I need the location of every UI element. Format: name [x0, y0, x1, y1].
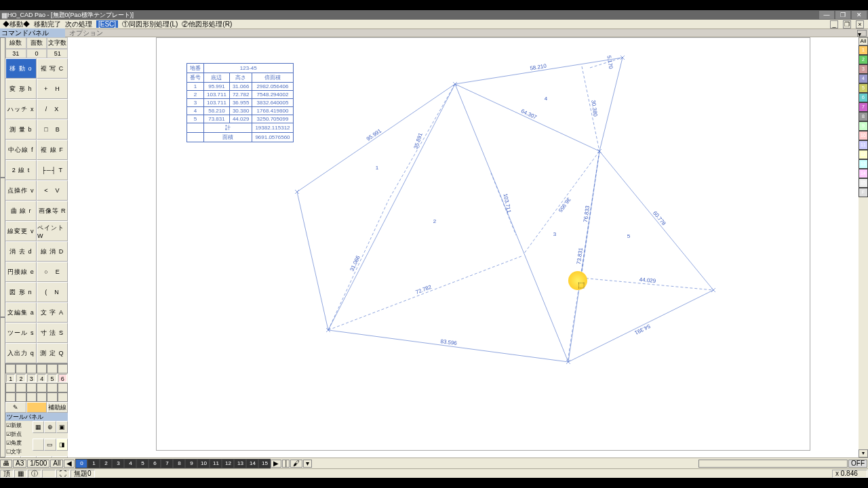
- aux-line-button[interactable]: 補助線: [47, 402, 68, 413]
- tool-9-0[interactable]: 消 去 d: [5, 241, 37, 262]
- nav-right[interactable]: ▶: [271, 460, 281, 468]
- tool-6-0[interactable]: 点操作 v: [5, 180, 37, 201]
- flag-10[interactable]: 10: [197, 459, 210, 468]
- maximize-button[interactable]: ❐: [835, 11, 850, 19]
- flag-1[interactable]: 1: [87, 459, 100, 468]
- tool-12-1[interactable]: 文 字 A: [37, 302, 68, 323]
- layer-15[interactable]: 15: [859, 178, 868, 188]
- flag-3[interactable]: 3: [112, 459, 124, 468]
- flag-11[interactable]: 11: [210, 459, 222, 468]
- tool-8-0[interactable]: 線変更 v: [5, 221, 37, 241]
- tool-13-1[interactable]: 寸 法 S: [37, 323, 68, 343]
- flag-4[interactable]: 4: [124, 459, 136, 468]
- mdi-close-button[interactable]: ×: [856, 20, 864, 28]
- layer-13[interactable]: 13: [859, 159, 868, 169]
- layer-2[interactable]: 2: [859, 55, 868, 64]
- tool-icon[interactable]: ▾: [303, 460, 312, 468]
- paint-icon[interactable]: 🖌: [290, 460, 302, 468]
- print-icon[interactable]: 🖶: [0, 460, 12, 468]
- linetype-1[interactable]: 1: [6, 374, 15, 382]
- tool-1-0[interactable]: 変 形 h: [5, 79, 37, 99]
- tool-2-0[interactable]: ハッチ x: [5, 99, 37, 119]
- off-toggle[interactable]: OFF: [848, 460, 867, 468]
- option-label[interactable]: オプション: [65, 28, 857, 38]
- cmd-opt2[interactable]: ②他図形処理(R): [182, 20, 232, 29]
- sep-1[interactable]: |: [282, 460, 290, 468]
- cmd-opt1[interactable]: ①同図形別処理(L): [122, 20, 178, 29]
- tool-0-0[interactable]: 移 動 o: [5, 58, 37, 79]
- flag-5[interactable]: 5: [136, 459, 149, 468]
- tp-btn-6[interactable]: ◨: [56, 439, 68, 451]
- layer-11[interactable]: 11: [859, 140, 868, 150]
- linestyle-strip-3[interactable]: [5, 392, 68, 402]
- layer-3[interactable]: 3: [859, 64, 868, 74]
- flag-7[interactable]: 7: [161, 459, 173, 468]
- linetype-2[interactable]: 2: [16, 374, 25, 382]
- nav-left[interactable]: ◀: [64, 460, 75, 468]
- color-swatch[interactable]: [26, 402, 47, 413]
- flag-14[interactable]: 14: [246, 459, 258, 468]
- option-dropdown[interactable]: ▾: [857, 30, 867, 37]
- layer-14[interactable]: 14: [859, 169, 868, 178]
- tool-11-1[interactable]: ( N: [37, 282, 68, 302]
- tp-btn-5[interactable]: ▭: [44, 439, 56, 451]
- layer-4[interactable]: 4: [859, 74, 868, 83]
- layer-12[interactable]: 12: [859, 150, 868, 159]
- status-icon-1[interactable]: 頂: [0, 470, 14, 478]
- linetype-3[interactable]: 3: [27, 374, 36, 382]
- left-edge-tabs[interactable]: [0, 37, 5, 458]
- layer-all[interactable]: All: [50, 460, 63, 468]
- cmd-done[interactable]: 移動完了: [34, 20, 61, 29]
- tool-7-0[interactable]: 曲 線 r: [5, 201, 37, 221]
- layer-8[interactable]: 8: [859, 112, 868, 121]
- tool-panel-checks[interactable]: ☑新規☑折点☑角度☐文字: [5, 421, 33, 456]
- layer-scroll[interactable]: ▾: [859, 449, 868, 458]
- layer-10[interactable]: 10: [859, 131, 868, 140]
- mdi-min-button[interactable]: _: [830, 20, 838, 28]
- tool-10-1[interactable]: ○ E: [37, 262, 68, 282]
- layer-All[interactable]: All: [859, 37, 868, 45]
- layer-7[interactable]: 7: [859, 102, 868, 112]
- linetype-6[interactable]: 6: [58, 374, 67, 382]
- tool-4-1[interactable]: 複 線 F: [37, 140, 68, 160]
- tp-btn-4[interactable]: [33, 439, 44, 451]
- mdi-restore-button[interactable]: ❐: [843, 20, 851, 28]
- check-☐文字[interactable]: ☐文字: [5, 447, 33, 456]
- linestyle-strip[interactable]: [5, 364, 68, 373]
- linestyle-strip-2[interactable]: [5, 383, 68, 392]
- tool-5-1[interactable]: ├─┤ T: [37, 160, 68, 180]
- flag-12[interactable]: 12: [222, 459, 234, 468]
- tool-9-1[interactable]: 線 消 D: [37, 241, 68, 262]
- tool-4-0[interactable]: 中心線 f: [5, 140, 37, 160]
- tp-btn-3[interactable]: ▣: [56, 421, 68, 433]
- tool-14-0[interactable]: 入出力 q: [5, 343, 37, 363]
- close-button[interactable]: ✕: [852, 11, 867, 19]
- scale[interactable]: 1/500: [27, 460, 50, 468]
- tool-3-0[interactable]: 測 量 b: [5, 119, 37, 140]
- paper-size[interactable]: A3: [13, 460, 26, 468]
- tool-12-0[interactable]: 文編集 a: [5, 302, 37, 323]
- doc-name[interactable]: 無題0: [71, 470, 95, 478]
- flag-9[interactable]: 9: [185, 459, 197, 468]
- tp-btn-1[interactable]: ▦: [33, 421, 44, 433]
- tool-7-1[interactable]: 画像等 R: [37, 201, 68, 221]
- layer-F[interactable]: F: [859, 188, 868, 197]
- tool-13-0[interactable]: ツール s: [5, 323, 37, 343]
- layer-9[interactable]: 9: [859, 121, 868, 131]
- check-☑角度[interactable]: ☑角度: [5, 439, 33, 447]
- layer-6[interactable]: 6: [859, 93, 868, 102]
- tool-1-1[interactable]: + H: [37, 79, 68, 99]
- tool-8-1[interactable]: ペイント W: [37, 221, 68, 241]
- tool-14-1[interactable]: 測 定 Q: [37, 343, 68, 363]
- minimize-button[interactable]: —: [819, 11, 834, 19]
- flag-8[interactable]: 8: [173, 459, 185, 468]
- flag-0[interactable]: 0: [75, 459, 87, 468]
- pencil-icon[interactable]: ✎: [5, 402, 26, 413]
- status-icon-4[interactable]: ⛶: [56, 470, 70, 478]
- flag-15[interactable]: 15: [258, 459, 271, 468]
- tool-11-0[interactable]: 図 形 n: [5, 282, 37, 302]
- status-icon-2[interactable]: ▦: [14, 470, 27, 478]
- layer-1[interactable]: 1: [859, 45, 868, 55]
- layer-5[interactable]: 5: [859, 83, 868, 93]
- tool-10-0[interactable]: 円接線 e: [5, 262, 37, 282]
